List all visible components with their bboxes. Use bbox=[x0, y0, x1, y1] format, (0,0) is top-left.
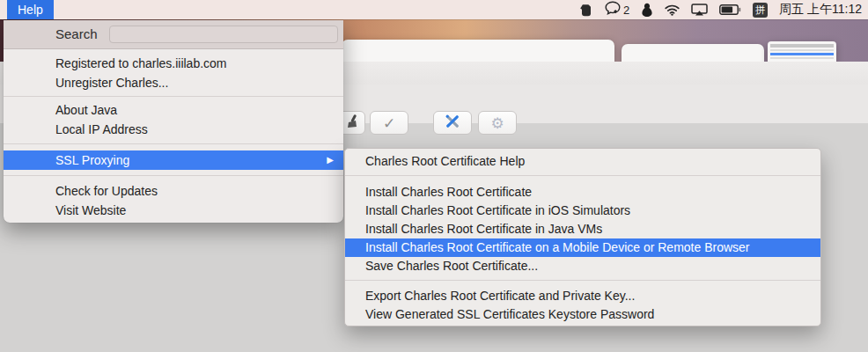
gear-icon: ⚙ bbox=[490, 114, 504, 132]
check-icon: ✓ bbox=[383, 114, 395, 132]
submenu-item-certificate-help[interactable]: Charles Root Certificate Help bbox=[345, 152, 820, 171]
chat-bubble-icon bbox=[605, 1, 621, 18]
tools-button[interactable] bbox=[433, 111, 472, 135]
menu-item-about-java[interactable]: About Java bbox=[4, 100, 343, 120]
screen: 1 * ✓ bbox=[0, 0, 868, 352]
wifi-icon[interactable] bbox=[665, 4, 680, 16]
submenu-arrow-icon: ▶ bbox=[327, 150, 334, 170]
ssl-proxying-label: SSL Proxying bbox=[55, 153, 129, 167]
search-label: Search bbox=[55, 26, 98, 41]
thumbnail-table-row bbox=[770, 49, 834, 51]
menubar-item-help[interactable]: Help bbox=[7, 0, 54, 19]
submenu-item-save-root-cert[interactable]: Save Charles Root Certificate... bbox=[345, 257, 820, 275]
menu-separator bbox=[345, 280, 820, 281]
tools-icon bbox=[444, 113, 461, 134]
menu-item-local-ip[interactable]: Local IP Address bbox=[4, 120, 343, 139]
chat-status[interactable]: 2 bbox=[605, 1, 629, 18]
ssl-proxying-submenu: Charles Root Certificate Help Install Ch… bbox=[344, 148, 821, 326]
qq-penguin-icon[interactable] bbox=[641, 3, 653, 18]
chat-count-badge: 2 bbox=[623, 4, 629, 17]
thumbnail-table-row bbox=[770, 57, 834, 59]
help-menu: Search Registered to charles.iiilab.com … bbox=[4, 20, 343, 223]
help-search-input[interactable] bbox=[109, 26, 338, 43]
submenu-item-install-ios-simulators[interactable]: Install Charles Root Certificate in iOS … bbox=[345, 202, 820, 220]
broom-icon bbox=[345, 114, 359, 133]
menu-separator bbox=[345, 175, 820, 176]
submenu-item-export-cert-key[interactable]: Export Charles Root Certificate and Priv… bbox=[345, 287, 820, 305]
menu-item-check-updates[interactable]: Check for Updates bbox=[4, 181, 343, 201]
submenu-item-install-java-vms[interactable]: Install Charles Root Certificate in Java… bbox=[345, 220, 820, 238]
menu-separator bbox=[4, 96, 343, 97]
airplay-icon[interactable] bbox=[691, 4, 708, 16]
menu-item-visit-website[interactable]: Visit Website bbox=[4, 201, 343, 220]
validate-button[interactable]: ✓ bbox=[370, 111, 408, 135]
thumbnail-table-header bbox=[770, 44, 834, 48]
help-search-row: Search bbox=[4, 20, 343, 49]
input-method-icon[interactable]: 拼 bbox=[753, 3, 768, 18]
menubar: Help 2 bbox=[0, 0, 868, 19]
menu-separator bbox=[4, 143, 343, 144]
menubar-status-area: 2 bbox=[579, 0, 862, 19]
submenu-item-install-root-cert[interactable]: Install Charles Root Certificate bbox=[345, 183, 820, 202]
battery-icon[interactable] bbox=[719, 4, 741, 15]
submenu-item-view-keystore-password[interactable]: View Generated SSL Certificates Keystore… bbox=[345, 305, 820, 324]
menu-item-ssl-proxying[interactable]: SSL Proxying ▶ bbox=[4, 150, 343, 170]
settings-button[interactable]: ⚙ bbox=[478, 111, 517, 135]
submenu-item-install-mobile-device[interactable]: Install Charles Root Certificate on a Mo… bbox=[345, 238, 820, 257]
menu-separator bbox=[4, 175, 343, 176]
menubar-clock[interactable]: 周五 上午11:12 bbox=[779, 2, 862, 18]
help-menu-label: Help bbox=[18, 3, 43, 17]
menu-item-registered[interactable]: Registered to charles.iiilab.com bbox=[4, 54, 343, 73]
thumbnail-selected-row bbox=[770, 53, 834, 55]
menu-item-unregister[interactable]: Unregister Charles... bbox=[4, 73, 343, 92]
jug-icon[interactable] bbox=[579, 3, 593, 18]
